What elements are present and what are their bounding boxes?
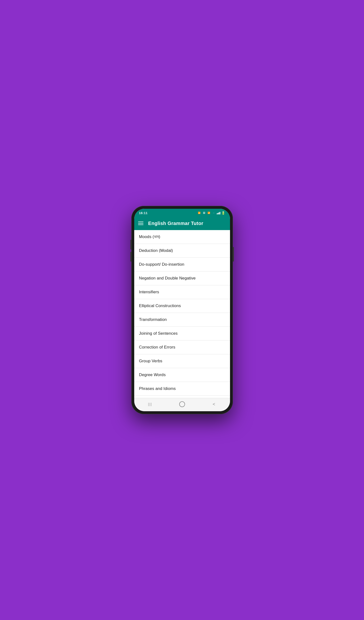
back-button[interactable] — [208, 401, 220, 408]
signal-icon: 📶 — [207, 211, 211, 214]
status-time: 16:11 — [139, 211, 148, 215]
power-button[interactable] — [233, 247, 234, 262]
menu-item-6[interactable]: Elliptical Constructions — [134, 299, 230, 313]
battery-icon: 🔋 — [221, 211, 225, 215]
menu-item-13[interactable]: Synonyms — [134, 396, 230, 398]
menu-item-11[interactable]: Degree Words — [134, 368, 230, 382]
menu-item-9[interactable]: Correction of Errors — [134, 341, 230, 354]
volume-down-button[interactable] — [130, 252, 131, 262]
gallery-icon: 🖼 — [202, 211, 206, 214]
phone-screen: 16:11 📶 🖼 📶 ··· 🔋 English Grammar Tutor — [134, 209, 230, 411]
phone-frame: 16:11 📶 🖼 📶 ··· 🔋 English Grammar Tutor — [131, 206, 233, 414]
menu-item-8[interactable]: Joining of Sentences — [134, 327, 230, 341]
menu-item-4[interactable]: Negation and Double Negative — [134, 271, 230, 285]
menu-item-5[interactable]: Intensifiers — [134, 285, 230, 299]
app-bar: English Grammar Tutor — [134, 217, 230, 230]
lte-signal-bars — [217, 211, 220, 214]
menu-item-7[interactable]: Transformation — [134, 313, 230, 327]
volume-up-button[interactable] — [130, 240, 131, 249]
recents-button[interactable] — [144, 401, 156, 408]
hamburger-menu-button[interactable] — [138, 222, 144, 225]
status-icons: 📶 🖼 📶 ··· 🔋 — [197, 211, 225, 215]
menu-item-12[interactable]: Phrases and Idioms — [134, 382, 230, 396]
bottom-nav — [134, 398, 230, 411]
more-icon: ··· — [212, 211, 216, 214]
menu-list: Moods (ভাব)Deduction (Modal)Do-support/ … — [134, 230, 230, 398]
menu-item-3[interactable]: Do-support/ Do-insertion — [134, 258, 230, 271]
app-title: English Grammar Tutor — [148, 221, 204, 226]
menu-item-1[interactable]: Moods (ভাব) — [134, 230, 230, 244]
menu-item-2[interactable]: Deduction (Modal) — [134, 244, 230, 258]
status-bar: 16:11 📶 🖼 📶 ··· 🔋 — [134, 209, 230, 217]
home-button[interactable] — [176, 401, 188, 408]
sim-icon: 📶 — [197, 211, 201, 214]
menu-item-10[interactable]: Group Verbs — [134, 354, 230, 368]
